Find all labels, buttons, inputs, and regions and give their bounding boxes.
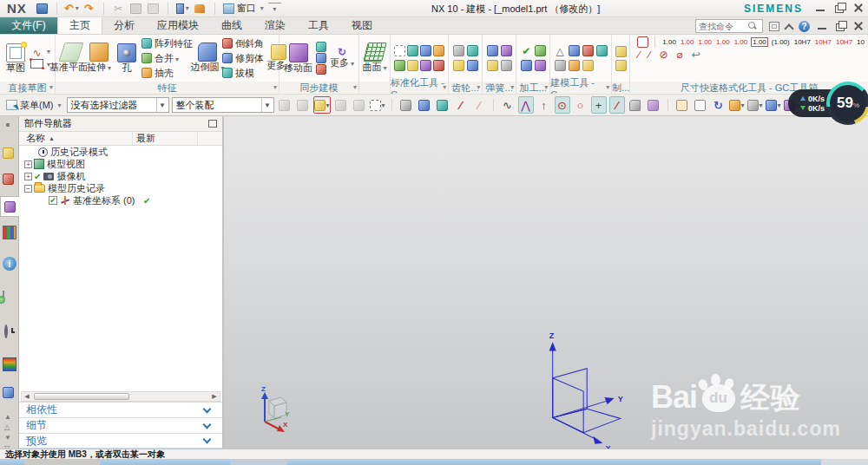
render-style-icon[interactable]: ▾: [747, 96, 763, 114]
expand-icon[interactable]: +: [24, 160, 32, 168]
midpoint-snap-icon[interactable]: ↑: [536, 96, 552, 114]
doc-minimize-button[interactable]: [816, 20, 828, 32]
tree-row-datum-csys[interactable]: ✔ 基准坐标系 (0) ✔: [19, 194, 222, 206]
modeling-tool-icon[interactable]: [569, 45, 580, 56]
scroll-thumb[interactable]: [34, 393, 129, 400]
datum-plane-button[interactable]: 基准平面: [58, 42, 84, 75]
no-diameter-icon[interactable]: ⊘: [658, 51, 668, 59]
tab-home[interactable]: 主页: [57, 17, 102, 34]
snap-point-toggle-icon[interactable]: ▾: [313, 96, 331, 114]
measure-line-icon[interactable]: ∕: [453, 96, 469, 114]
gear-tool-icon[interactable]: [453, 45, 464, 56]
gear-tool-icon[interactable]: [467, 60, 478, 71]
redo-icon[interactable]: ↷: [82, 3, 95, 15]
gear-tool-icon[interactable]: [453, 60, 464, 71]
modeling-tool-icon[interactable]: [582, 45, 594, 56]
collapse-ribbon-icon[interactable]: [786, 23, 792, 29]
dim-tolerance-icon[interactable]: 10H7: [814, 38, 832, 46]
extrude-button[interactable]: 拉伸: [86, 42, 112, 75]
tab-application[interactable]: 应用模块: [146, 17, 210, 34]
quadrant-snap-icon[interactable]: [646, 96, 661, 114]
assembly-navigator-icon[interactable]: [3, 147, 16, 161]
group-dialog-icon[interactable]: ▾: [443, 83, 446, 91]
edge-blend-button[interactable]: 边倒圆: [194, 42, 220, 75]
shell-button[interactable]: 抽壳: [141, 66, 193, 80]
dim-format-icon[interactable]: 1.00: [751, 37, 768, 47]
tiny-tool-icon[interactable]: [615, 60, 627, 71]
dim-tolerance-icon[interactable]: 10: [856, 38, 865, 46]
spline-pole-snap-icon[interactable]: ⋀: [518, 96, 534, 114]
lasso-icon[interactable]: ▾: [370, 96, 385, 114]
qat-customize-icon[interactable]: ▾: [268, 3, 281, 15]
rectangle-icon[interactable]: [30, 59, 43, 69]
column-latest[interactable]: 最新: [133, 132, 198, 145]
expand-icon[interactable]: +: [24, 173, 32, 180]
gc-tool-icon[interactable]: [433, 45, 444, 56]
touch-mode-icon[interactable]: [194, 3, 207, 15]
check-tool-icon[interactable]: ✔: [522, 46, 530, 56]
speed-ring[interactable]: 59 %: [826, 82, 868, 125]
group-dialog-icon[interactable]: ▾: [49, 83, 53, 91]
tree-row-model-history[interactable]: − 模型历史记录: [19, 182, 222, 194]
surface-button[interactable]: 曲面: [362, 42, 388, 75]
section-preview[interactable]: 预览: [19, 433, 222, 449]
zoom-window-icon[interactable]: [693, 96, 708, 114]
face-snap-icon[interactable]: [628, 96, 643, 114]
dim-format-icon[interactable]: (1.00): [771, 38, 791, 46]
draft-button[interactable]: 拔模: [222, 66, 264, 80]
constraint-navigator-icon[interactable]: [3, 174, 16, 187]
collapse-icon[interactable]: −: [24, 185, 32, 193]
dim-format-icon[interactable]: 1.00: [715, 38, 731, 46]
tab-render[interactable]: 渲染: [253, 17, 297, 34]
dim-tolerance-icon[interactable]: 10H7: [835, 38, 853, 46]
combo-dropdown-icon[interactable]: ▼: [261, 98, 273, 112]
strip-scroll-down-icon[interactable]: ▼: [4, 434, 11, 442]
dim-format-icon[interactable]: 1.00: [698, 38, 713, 46]
gc-tool-icon[interactable]: [407, 60, 418, 71]
gc-tool-icon[interactable]: [433, 60, 444, 71]
spring-tool-icon[interactable]: [501, 60, 512, 71]
shaded-solid-icon[interactable]: [417, 96, 432, 114]
studio-spline-icon[interactable]: ∿: [30, 48, 43, 58]
dim-style-icon[interactable]: [637, 36, 648, 48]
center-snap-icon[interactable]: ⊙: [555, 96, 570, 114]
save-icon[interactable]: [36, 3, 49, 15]
scroll-right-icon[interactable]: ▶: [209, 392, 220, 401]
spring-tool-icon[interactable]: [487, 45, 498, 56]
replace-face-icon[interactable]: [316, 53, 326, 63]
pan-grid-icon[interactable]: ▾: [729, 96, 745, 114]
view-orientation-icon[interactable]: ▾: [766, 96, 781, 114]
section-dependencies[interactable]: 相依性: [19, 402, 222, 417]
circle-snap-icon[interactable]: ○: [573, 96, 589, 114]
modeling-tool-icon[interactable]: [569, 60, 580, 71]
group-dialog-icon[interactable]: ▾: [477, 83, 480, 91]
curve-snap-icon[interactable]: ∿: [500, 96, 516, 114]
undo-icon[interactable]: ↶: [65, 3, 78, 15]
group-dialog-icon[interactable]: ▾: [606, 83, 609, 91]
fit-view-icon[interactable]: [674, 96, 690, 114]
doc-restore-button[interactable]: [834, 20, 846, 32]
triangle-tool-icon[interactable]: △: [556, 46, 564, 56]
group-dialog-icon[interactable]: ▾: [544, 83, 548, 91]
group-dialog-icon[interactable]: ▾: [510, 83, 514, 91]
tree-row-history-mode[interactable]: 历史记录模式: [19, 146, 222, 158]
machining-tool-icon[interactable]: [535, 45, 546, 56]
move-face-button[interactable]: 移动面: [282, 43, 314, 74]
help-icon[interactable]: ?: [799, 21, 810, 32]
tree-row-model-views[interactable]: + 模型视图: [19, 158, 222, 170]
group-dialog-icon[interactable]: ▾: [273, 83, 277, 91]
spring-tool-icon[interactable]: [501, 45, 512, 56]
restore-button[interactable]: [833, 2, 845, 14]
strip-scroll-up2-icon[interactable]: △: [4, 423, 10, 431]
dim-format-icon[interactable]: 1.00: [680, 38, 695, 46]
command-search[interactable]: [695, 19, 763, 33]
dim-tolerance-icon[interactable]: 10H7: [793, 38, 812, 46]
modeling-tool-icon[interactable]: [596, 45, 608, 56]
general-object-icon[interactable]: [398, 96, 414, 114]
graphics-window[interactable]: Z Y X Z Y X Bai: [224, 116, 868, 449]
undock-panel-icon[interactable]: [208, 120, 217, 128]
diameter-icon[interactable]: ⌀: [675, 51, 683, 59]
sketch-button[interactable]: 草图: [3, 43, 29, 74]
column-name[interactable]: 名称▲: [19, 132, 133, 145]
assembly-constraints-icon[interactable]: [435, 96, 450, 114]
